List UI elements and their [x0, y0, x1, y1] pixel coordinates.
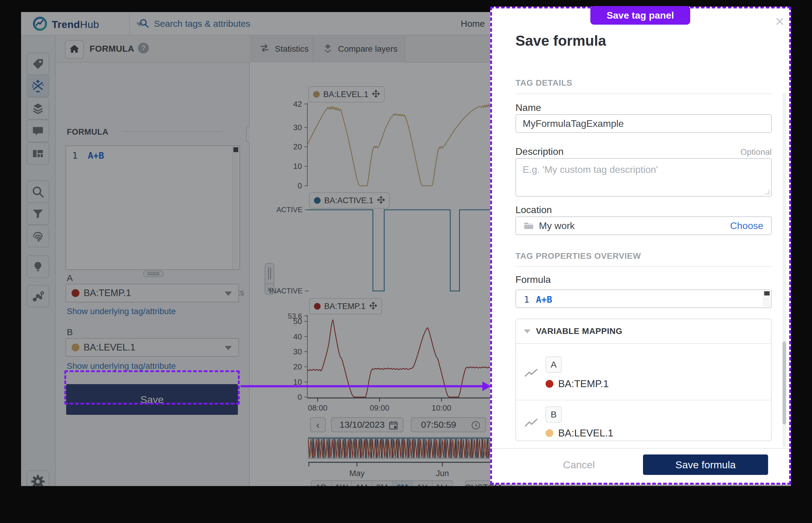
formula-preview: 1 A+B: [515, 289, 772, 308]
variable-mapping-card: VARIABLE MAPPING A BA:TEMP.1 B BA:LEVEL.…: [515, 319, 772, 441]
name-value: MyFormulaTagExample: [523, 118, 624, 129]
mapped-tag-b: BA:LEVEL.1: [546, 428, 613, 439]
folder-icon: [523, 220, 534, 231]
screenshot-frame: TrendHub Search tags & attributes Home: [0, 0, 812, 523]
name-input[interactable]: MyFormulaTagExample: [515, 114, 772, 133]
tag-details-label: TAG DETAILS: [515, 78, 572, 88]
save-tag-panel-badge: Save tag panel: [590, 6, 690, 25]
panel-title: Save formula: [515, 33, 606, 49]
divider: [515, 266, 772, 267]
variable-chip-b: B: [546, 407, 562, 422]
description-textarea[interactable]: E.g. 'My custom tag description': [515, 158, 772, 197]
description-placeholder: E.g. 'My custom tag description': [523, 164, 658, 175]
variable-mapping-header[interactable]: VARIABLE MAPPING: [516, 319, 771, 344]
tag-name: BA:LEVEL.1: [558, 428, 613, 439]
save-formula-panel: ✕ Save formula TAG DETAILS Name MyFormul…: [490, 6, 791, 485]
resize-handle[interactable]: [764, 190, 769, 194]
tag-properties-label: TAG PROPERTIES OVERVIEW: [515, 251, 641, 261]
location-field[interactable]: My work Choose: [515, 216, 772, 235]
scrollbar-thumb[interactable]: [782, 341, 786, 425]
tag-color-dot: [546, 429, 553, 437]
tag-color-dot: [546, 380, 553, 388]
variable-mapping-title: VARIABLE MAPPING: [536, 326, 622, 336]
trend-line-icon: [525, 368, 538, 379]
close-icon[interactable]: ✕: [775, 16, 785, 28]
save-button-highlight: [64, 370, 240, 404]
caret-down-icon: [524, 329, 530, 333]
divider: [515, 93, 772, 94]
formula-code: A+B: [536, 294, 552, 305]
cancel-button[interactable]: Cancel: [554, 455, 603, 474]
formula-label: Formula: [515, 274, 551, 285]
variable-chip-a: A: [546, 357, 562, 373]
location-label: Location: [515, 204, 552, 216]
optional-hint: Optional: [492, 147, 772, 157]
scrollbar-thumb[interactable]: [764, 291, 770, 295]
divider: [516, 400, 771, 400]
tag-name: BA:TEMP.1: [558, 378, 609, 390]
name-label: Name: [515, 102, 541, 113]
scrollbar[interactable]: [763, 291, 771, 307]
mapped-tag-a: BA:TEMP.1: [546, 378, 609, 390]
divider: [492, 448, 789, 449]
save-formula-button[interactable]: Save formula: [643, 454, 768, 475]
location-value: My work: [539, 220, 575, 231]
choose-location-link[interactable]: Choose: [730, 220, 763, 231]
formula-line-number: 1: [524, 294, 529, 305]
trend-line-icon: [525, 418, 538, 429]
